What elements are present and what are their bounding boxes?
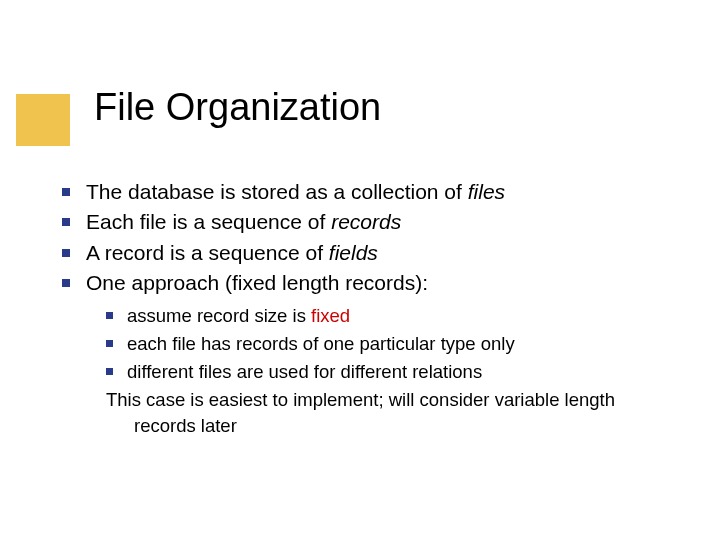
accent-box xyxy=(16,94,70,146)
text-run: The database is stored as a collection o… xyxy=(86,180,468,203)
slide-body: The database is stored as a collection o… xyxy=(62,178,662,439)
sub-item-text: assume record size is fixed xyxy=(127,303,350,329)
sub-list: assume record size is fixed each file ha… xyxy=(106,303,662,438)
emphasis: files xyxy=(468,180,505,203)
list-item: One approach (fixed length records): xyxy=(62,269,662,297)
list-item: A record is a sequence of fields xyxy=(62,239,662,267)
bullet-icon xyxy=(62,188,70,196)
slide: File Organization The database is stored… xyxy=(0,0,720,540)
bullet-icon xyxy=(106,368,113,375)
sub-item-text: different files are used for different r… xyxy=(127,359,482,385)
text-run: Each file is a sequence of xyxy=(86,210,331,233)
bullet-icon xyxy=(62,249,70,257)
bullet-icon xyxy=(62,279,70,287)
sub-list-item: different files are used for different r… xyxy=(106,359,662,385)
list-item: Each file is a sequence of records xyxy=(62,208,662,236)
emphasis: records xyxy=(331,210,401,233)
text-run: One approach (fixed length records): xyxy=(86,271,428,294)
slide-title: File Organization xyxy=(94,86,381,129)
sub-list-item: each file has records of one particular … xyxy=(106,331,662,357)
bullet-icon xyxy=(106,312,113,319)
bullet-icon xyxy=(106,340,113,347)
text-run: A record is a sequence of xyxy=(86,241,329,264)
emphasis: fields xyxy=(329,241,378,264)
list-item-text: Each file is a sequence of records xyxy=(86,208,662,236)
list-item-text: A record is a sequence of fields xyxy=(86,239,662,267)
sub-item-text: each file has records of one particular … xyxy=(127,331,515,357)
highlight-word: fixed xyxy=(311,305,350,326)
list-item-text: One approach (fixed length records): xyxy=(86,269,662,297)
text-run: assume record size is xyxy=(127,305,311,326)
sub-list-item: assume record size is fixed xyxy=(106,303,662,329)
list-item: The database is stored as a collection o… xyxy=(62,178,662,206)
trailer-text: This case is easiest to implement; will … xyxy=(106,387,662,439)
sub-trailer: This case is easiest to implement; will … xyxy=(106,387,662,439)
list-item-text: The database is stored as a collection o… xyxy=(86,178,662,206)
bullet-icon xyxy=(62,218,70,226)
